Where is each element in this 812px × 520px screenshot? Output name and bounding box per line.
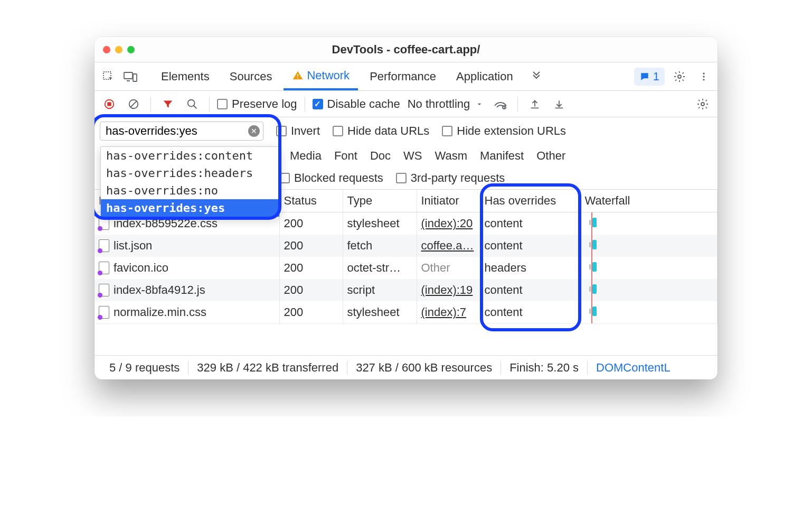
filter-type-doc[interactable]: Doc [370, 149, 391, 163]
clear-button[interactable] [124, 95, 143, 114]
autocomplete-item[interactable]: has-overrides:no [101, 182, 279, 199]
close-window-button[interactable] [103, 46, 110, 53]
search-icon[interactable] [183, 95, 202, 114]
issues-button[interactable]: 1 [634, 68, 665, 86]
filter-toggle-icon[interactable] [158, 95, 177, 114]
checkbox-checked-icon [313, 99, 323, 109]
minimize-window-button[interactable] [115, 46, 122, 53]
autocomplete-item[interactable]: has-overrides:yes [101, 199, 279, 217]
request-status: 200 [279, 212, 343, 235]
status-domcontentloaded: DOMContentL [588, 361, 679, 375]
preserve-log-checkbox[interactable]: Preserve log [217, 97, 297, 111]
chevron-down-icon [475, 100, 484, 108]
status-bar: 5 / 9 requests 329 kB / 422 kB transferr… [95, 355, 717, 379]
hide-extension-urls-checkbox[interactable]: Hide extension URLs [442, 124, 566, 138]
request-type: fetch [343, 235, 417, 257]
main-tabs: Elements Sources Network Performance App… [95, 62, 717, 91]
autocomplete-item[interactable]: has-overrides:content [101, 147, 279, 164]
warning-icon [292, 70, 304, 81]
col-status[interactable]: Status [279, 190, 343, 212]
settings-icon[interactable] [670, 67, 689, 86]
col-waterfall[interactable]: Waterfall [580, 190, 717, 212]
request-status: 200 [279, 235, 343, 257]
svg-rect-2 [133, 74, 137, 81]
filter-area: ✕ has-overrides:contenthas-overrides:hea… [95, 117, 717, 190]
request-status: 200 [279, 301, 343, 323]
network-conditions-icon[interactable] [491, 95, 510, 114]
device-toolbar-icon[interactable] [121, 67, 140, 86]
file-override-icon [99, 217, 109, 230]
traffic-lights [103, 46, 135, 53]
blocked-requests-checkbox[interactable]: Blocked requests [279, 171, 383, 185]
svg-point-12 [188, 99, 195, 106]
request-initiator[interactable]: coffee.a… [417, 235, 480, 257]
request-initiator[interactable]: (index):7 [417, 301, 480, 323]
col-type[interactable]: Type [343, 190, 417, 212]
table-row[interactable]: list.json200fetchcoffee.a…content [95, 235, 717, 257]
file-override-icon [99, 239, 109, 252]
request-has-overrides: content [480, 301, 580, 323]
table-row[interactable]: normalize.min.css200stylesheet(index):7c… [95, 301, 717, 323]
filter-type-manifest[interactable]: Manifest [480, 149, 524, 163]
status-transferred: 329 kB / 422 kB transferred [188, 361, 347, 375]
request-name: index-8bfa4912.js [114, 283, 205, 297]
request-name: favicon.ico [114, 261, 168, 275]
filter-type-media[interactable]: Media [290, 149, 322, 163]
inspect-element-icon[interactable] [99, 67, 118, 86]
svg-point-7 [703, 76, 704, 77]
kebab-menu-icon[interactable] [694, 67, 713, 86]
hide-data-urls-checkbox[interactable]: Hide data URLs [333, 124, 429, 138]
request-waterfall [580, 301, 717, 323]
third-party-checkbox[interactable]: 3rd-party requests [396, 171, 505, 185]
request-name: list.json [114, 239, 152, 253]
col-has-overrides[interactable]: Has overrides [480, 190, 580, 212]
filter-type-font[interactable]: Font [334, 149, 357, 163]
svg-point-6 [703, 72, 704, 74]
more-tabs-button[interactable] [527, 67, 546, 86]
throttling-select[interactable]: No throttling [405, 97, 486, 111]
svg-rect-10 [107, 102, 111, 106]
upload-har-icon[interactable] [525, 95, 544, 114]
status-finish: Finish: 5.20 s [501, 361, 587, 375]
request-name: normalize.min.css [114, 305, 206, 319]
tab-performance[interactable]: Performance [361, 62, 445, 90]
window-title: DevTools - coffee-cart.app/ [95, 43, 717, 57]
disable-cache-checkbox[interactable]: Disable cache [313, 97, 400, 111]
filter-autocomplete: has-overrides:contenthas-overrides:heade… [100, 146, 280, 217]
request-initiator[interactable]: (index):19 [417, 279, 480, 301]
request-type: octet-str… [343, 257, 417, 279]
autocomplete-item[interactable]: has-overrides:headers [101, 164, 279, 182]
filter-input[interactable] [106, 124, 245, 138]
table-row[interactable]: index-8bfa4912.js200script(index):19cont… [95, 279, 717, 301]
request-name: index-b859522e.css [114, 217, 218, 230]
status-requests: 5 / 9 requests [101, 361, 188, 375]
request-has-overrides: content [480, 235, 580, 257]
request-status: 200 [279, 257, 343, 279]
invert-checkbox[interactable]: Invert [276, 124, 320, 138]
filter-type-ws[interactable]: WS [403, 149, 422, 163]
tab-sources[interactable]: Sources [221, 62, 281, 90]
panel-settings-icon[interactable] [693, 95, 712, 114]
request-has-overrides: headers [480, 257, 580, 279]
request-waterfall [580, 257, 717, 279]
request-waterfall [580, 212, 717, 235]
file-override-icon [99, 284, 109, 296]
record-button[interactable] [100, 95, 119, 114]
col-initiator[interactable]: Initiator [417, 190, 480, 212]
filter-type-wasm[interactable]: Wasm [435, 149, 468, 163]
tab-application[interactable]: Application [448, 62, 522, 90]
svg-rect-3 [298, 74, 299, 77]
network-toolbar: Preserve log Disable cache No throttling [95, 91, 717, 117]
maximize-window-button[interactable] [127, 46, 135, 53]
file-override-icon [99, 262, 109, 274]
request-has-overrides: content [480, 279, 580, 301]
request-status: 200 [279, 279, 343, 301]
clear-filter-icon[interactable]: ✕ [248, 125, 260, 137]
request-has-overrides: content [480, 212, 580, 235]
request-initiator[interactable]: (index):20 [417, 212, 480, 235]
tab-elements[interactable]: Elements [153, 62, 218, 90]
table-row[interactable]: favicon.ico200octet-str…Otherheaders [95, 257, 717, 279]
download-har-icon[interactable] [550, 95, 569, 114]
tab-network[interactable]: Network [284, 62, 358, 90]
filter-type-other[interactable]: Other [536, 149, 565, 163]
